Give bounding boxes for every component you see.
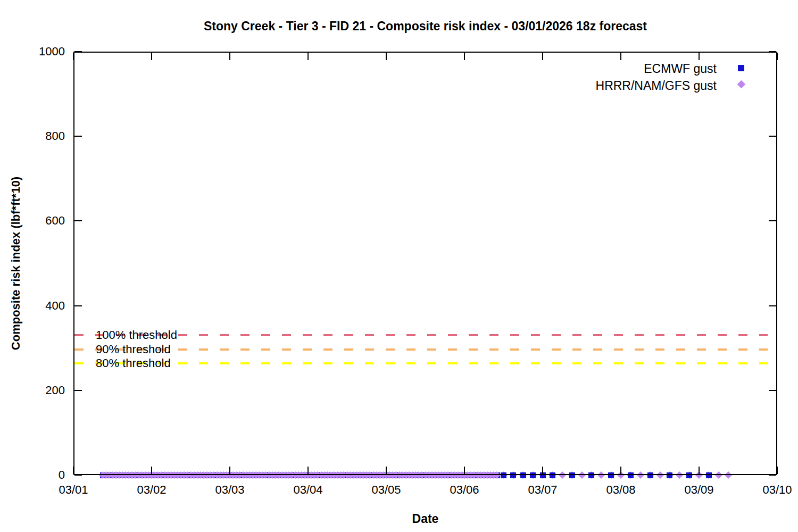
plot-border xyxy=(73,52,777,475)
x-tick xyxy=(151,467,152,474)
data-point-square xyxy=(520,472,526,478)
data-point-square xyxy=(628,472,634,478)
data-point-diamond xyxy=(637,471,644,479)
chart-canvas: Stony Creek - Tier 3 - FID 21 - Composit… xyxy=(0,0,798,532)
data-point-diamond xyxy=(597,471,605,479)
legend-label-ecmwf: ECMWF gust xyxy=(644,62,717,76)
data-point-diamond xyxy=(656,471,663,479)
x-tick xyxy=(386,467,387,474)
data-point-square xyxy=(501,472,506,478)
y-tick xyxy=(74,390,82,391)
y-tick xyxy=(74,305,82,306)
y-tick-mirror xyxy=(769,220,776,221)
y-tick-label: 400 xyxy=(0,298,65,313)
x-tick-mirror xyxy=(464,53,465,60)
threshold-label: 80% threshold xyxy=(96,356,171,371)
y-tick-label: 1000 xyxy=(0,44,65,59)
data-point-square xyxy=(530,472,536,478)
y-tick-mirror xyxy=(769,305,776,306)
x-tick-label: 03/07 xyxy=(519,483,567,497)
data-point-square xyxy=(569,472,575,478)
y-tick-mirror xyxy=(769,390,776,391)
x-tick xyxy=(542,467,543,474)
data-point-square xyxy=(510,472,516,478)
x-tick-label: 03/04 xyxy=(284,483,332,497)
x-tick-label: 03/01 xyxy=(49,483,97,497)
data-point-square xyxy=(588,472,594,478)
legend-square-icon xyxy=(738,65,744,71)
x-tick-label: 03/06 xyxy=(440,483,488,497)
data-point-square xyxy=(647,472,653,478)
x-tick xyxy=(464,467,465,474)
threshold-label: 90% threshold xyxy=(96,342,171,357)
y-tick-label: 200 xyxy=(0,383,65,398)
x-tick-mirror xyxy=(386,53,387,60)
y-tick xyxy=(74,475,82,476)
x-tick-mirror xyxy=(229,53,230,60)
x-tick-mirror xyxy=(620,53,621,60)
x-axis-title: Date xyxy=(73,512,777,526)
chart-title: Stony Creek - Tier 3 - FID 21 - Composit… xyxy=(73,19,777,34)
x-tick-label: 03/05 xyxy=(362,483,410,497)
threshold-line xyxy=(74,362,768,364)
data-point-square xyxy=(667,472,672,478)
threshold-label: 100% threshold xyxy=(96,328,177,343)
data-point-diamond xyxy=(676,471,683,479)
threshold-line xyxy=(74,348,768,351)
y-tick xyxy=(74,136,82,137)
data-point-square xyxy=(686,472,692,478)
x-tick-mirror xyxy=(699,53,700,60)
x-tick xyxy=(777,467,778,474)
x-tick-label: 03/08 xyxy=(597,483,645,497)
x-tick xyxy=(73,467,74,474)
x-tick-label: 03/02 xyxy=(128,483,176,497)
x-tick xyxy=(699,467,700,474)
y-tick-mirror xyxy=(769,136,776,137)
data-point-diamond xyxy=(715,471,722,479)
data-point-square xyxy=(706,472,712,478)
y-tick-label: 0 xyxy=(0,468,65,483)
data-point-square xyxy=(608,472,614,478)
y-tick-label: 800 xyxy=(0,129,65,144)
x-tick-label: 03/10 xyxy=(753,483,798,497)
y-tick-mirror xyxy=(769,51,776,52)
data-point-diamond xyxy=(725,471,732,479)
legend-label-hrrr: HRRR/NAM/GFS gust xyxy=(596,79,717,93)
x-tick-mirror xyxy=(542,53,543,60)
y-tick xyxy=(74,51,82,52)
x-tick-mirror xyxy=(307,53,309,60)
data-point-diamond xyxy=(559,471,566,479)
x-tick-mirror xyxy=(151,53,152,60)
data-point-diamond xyxy=(578,471,585,479)
threshold-line xyxy=(74,334,768,336)
y-tick-mirror xyxy=(769,475,776,476)
y-axis-title: Composite risk index (lbf*ft*10) xyxy=(9,177,23,350)
x-tick-label: 03/09 xyxy=(675,483,723,497)
x-tick-label: 03/03 xyxy=(206,483,254,497)
x-tick xyxy=(229,467,230,474)
x-tick-mirror xyxy=(73,53,74,60)
x-tick-mirror xyxy=(777,53,778,60)
y-tick xyxy=(74,220,82,221)
legend-diamond-icon xyxy=(737,80,746,89)
x-tick xyxy=(307,467,309,474)
data-point-square xyxy=(550,472,555,478)
y-tick-label: 600 xyxy=(0,213,65,228)
x-tick xyxy=(620,467,621,474)
